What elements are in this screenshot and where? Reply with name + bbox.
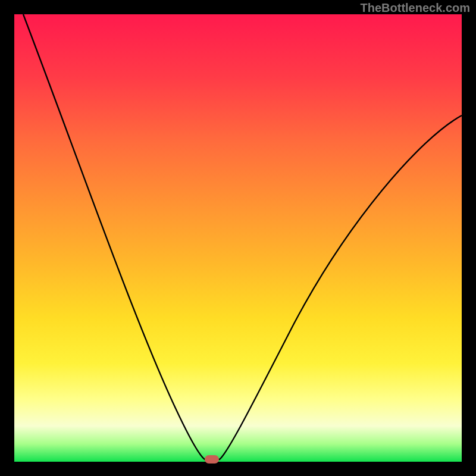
bottleneck-curve-path [23, 14, 462, 459]
watermark-text: TheBottleneck.com [361, 1, 470, 15]
chart-frame: TheBottleneck.com [0, 0, 476, 476]
bottleneck-curve-svg [14, 14, 462, 462]
optimal-marker [205, 455, 219, 464]
